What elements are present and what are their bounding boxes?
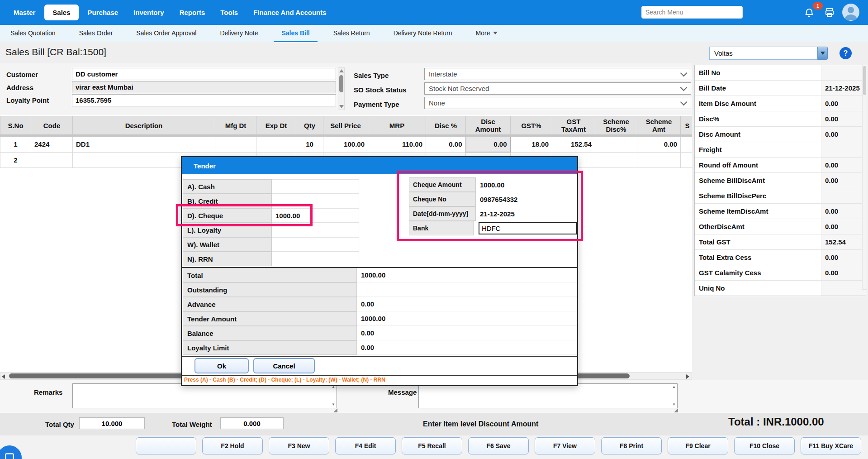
tab-delivery-note[interactable]: Delivery Note bbox=[212, 25, 266, 42]
cell-mrp[interactable]: 110.00 bbox=[368, 136, 426, 153]
cell-gst-percent[interactable]: 18.00 bbox=[511, 136, 552, 153]
gst-calamity-cess-value[interactable]: 0.00 bbox=[821, 265, 866, 280]
f5-recall-button[interactable]: F5 Recall bbox=[402, 437, 462, 454]
col-code[interactable]: Code bbox=[31, 116, 73, 136]
f6-save-button[interactable]: F6 Save bbox=[468, 437, 529, 454]
company-dropdown-arrow-icon[interactable] bbox=[817, 47, 828, 60]
cell-clipped[interactable] bbox=[681, 136, 693, 153]
bill-panel-scrollbar[interactable] bbox=[862, 65, 867, 290]
f4-edit-button[interactable]: F4 Edit bbox=[335, 437, 396, 454]
tender-mode-rrn[interactable]: N). RRN bbox=[183, 252, 359, 266]
col-scheme-discpercent[interactable]: Scheme Disc% bbox=[595, 116, 637, 136]
col-clipped[interactable]: S bbox=[681, 116, 693, 136]
cell-disc-amount-focused[interactable]: 0.00 bbox=[466, 136, 511, 153]
scheme-billdiscperc-value[interactable] bbox=[821, 188, 866, 203]
col-gst-percent[interactable]: GST% bbox=[511, 116, 552, 136]
f9-clear-button[interactable]: F9 Clear bbox=[668, 437, 728, 454]
col-exp-dt[interactable]: Exp Dt bbox=[256, 116, 296, 136]
f10-close-button[interactable]: F10 Close bbox=[734, 437, 795, 454]
loyalty-point-field[interactable] bbox=[72, 94, 336, 106]
scroll-down-arrow-icon[interactable]: ▼ bbox=[672, 403, 676, 406]
cell-scheme-amt[interactable] bbox=[637, 152, 681, 168]
total-extra-cess-value[interactable]: 0.00 bbox=[821, 250, 866, 265]
cell-description[interactable]: DD1 bbox=[73, 136, 215, 153]
cell-exp-dt[interactable] bbox=[256, 136, 296, 153]
freight-value[interactable] bbox=[821, 142, 866, 157]
tab-more[interactable]: More bbox=[468, 25, 506, 42]
cell-mfg-dt[interactable] bbox=[215, 136, 256, 153]
scheme-billdiscamt-value[interactable]: 0.00 bbox=[821, 173, 866, 188]
scheme-itemdiscamt-value[interactable]: 0.00 bbox=[821, 204, 866, 219]
cell-sno[interactable]: 2 bbox=[0, 152, 31, 168]
nav-item-reports[interactable]: Reports bbox=[173, 5, 212, 20]
resize-handle[interactable] bbox=[674, 408, 678, 412]
blank-function-button[interactable] bbox=[136, 437, 196, 454]
disc-amount-value[interactable]: 0.00 bbox=[821, 127, 866, 142]
mode-rrn-value[interactable] bbox=[272, 252, 359, 266]
scroll-down-arrow-icon[interactable] bbox=[339, 105, 344, 108]
tab-sales-bill[interactable]: Sales Bill bbox=[274, 25, 317, 42]
scroll-up-arrow-icon[interactable]: ▲ bbox=[672, 385, 676, 389]
f2-hold-button[interactable]: F2 Hold bbox=[202, 437, 263, 454]
col-description[interactable]: Description bbox=[73, 116, 215, 136]
user-avatar[interactable] bbox=[842, 4, 859, 21]
cell-gst-taxamt[interactable]: 152.54 bbox=[552, 136, 595, 153]
tab-sales-order[interactable]: Sales Order bbox=[71, 25, 121, 42]
col-qty[interactable]: Qty bbox=[296, 116, 323, 136]
bill-no-value[interactable] bbox=[821, 65, 866, 80]
cell-qty[interactable]: 10 bbox=[296, 136, 323, 153]
nav-item-master[interactable]: Master bbox=[7, 5, 42, 20]
customer-fields-scrollbar[interactable] bbox=[338, 67, 345, 110]
tab-sales-order-approval[interactable]: Sales Order Approval bbox=[128, 25, 204, 42]
cell-sno[interactable]: 1 bbox=[0, 136, 31, 153]
col-disc-amount[interactable]: Disc Amount bbox=[466, 116, 511, 136]
printer-icon[interactable] bbox=[823, 6, 836, 19]
mode-wallet-value[interactable] bbox=[272, 237, 359, 252]
customer-field[interactable] bbox=[72, 68, 336, 80]
payment-type-select[interactable]: None bbox=[424, 97, 691, 109]
uniq-no-value[interactable] bbox=[821, 281, 866, 296]
scroll-down-arrow-icon[interactable]: ▼ bbox=[332, 403, 335, 406]
address-field[interactable] bbox=[72, 81, 336, 93]
col-disc-percent[interactable]: Disc % bbox=[426, 116, 466, 136]
scrollbar-thumb[interactable] bbox=[863, 66, 866, 95]
sales-type-select[interactable]: Interstate bbox=[424, 68, 691, 80]
col-sell-price[interactable]: Sell Price bbox=[323, 116, 368, 136]
scroll-left-arrow-icon[interactable] bbox=[2, 374, 5, 379]
total-weight-field[interactable] bbox=[220, 417, 284, 429]
cell-code[interactable]: 2424 bbox=[31, 136, 73, 153]
nav-item-sales[interactable]: Sales bbox=[44, 5, 78, 20]
tab-sales-return[interactable]: Sales Return bbox=[326, 25, 378, 42]
search-input[interactable] bbox=[641, 6, 743, 19]
col-gst-taxamt[interactable]: GST TaxAmt bbox=[552, 116, 595, 136]
f3-new-button[interactable]: F3 New bbox=[269, 437, 329, 454]
round-off-amount-value[interactable]: 0.00 bbox=[821, 158, 866, 172]
mode-cash-value[interactable] bbox=[272, 179, 359, 194]
col-mrp[interactable]: MRP bbox=[368, 116, 426, 136]
cell-code[interactable] bbox=[31, 152, 73, 168]
cell-scheme-discpercent[interactable] bbox=[595, 136, 637, 153]
cell-scheme-discpercent[interactable] bbox=[595, 152, 637, 168]
resize-handle[interactable] bbox=[333, 408, 337, 412]
nav-item-tools[interactable]: Tools bbox=[214, 5, 244, 20]
f8-print-button[interactable]: F8 Print bbox=[601, 437, 662, 454]
nav-item-purchase[interactable]: Purchase bbox=[81, 5, 125, 20]
disc-percent-value[interactable]: 0.00 bbox=[821, 111, 866, 126]
bill-date-value[interactable]: 21-12-2025 bbox=[821, 81, 866, 96]
f7-view-button[interactable]: F7 View bbox=[535, 437, 595, 454]
col-scheme-amt[interactable]: Scheme Amt bbox=[637, 116, 681, 136]
nav-item-finance-and-accounts[interactable]: Finance And Accounts bbox=[247, 5, 332, 20]
cell-clipped[interactable] bbox=[681, 152, 693, 168]
col-mfg-dt[interactable]: Mfg Dt bbox=[215, 116, 256, 136]
remarks-textarea[interactable]: ▲ ▼ bbox=[72, 383, 337, 408]
tender-mode-cash[interactable]: A). Cash bbox=[183, 179, 359, 194]
cancel-button[interactable]: Cancel bbox=[253, 358, 315, 373]
total-qty-field[interactable] bbox=[79, 417, 145, 429]
ok-button[interactable]: Ok bbox=[194, 358, 249, 373]
company-selector[interactable]: Voltas bbox=[709, 47, 822, 60]
otherdiscamt-value[interactable]: 0.00 bbox=[821, 219, 866, 234]
table-row[interactable]: 1 2424 DD1 10 100.00 110.00 0.00 0.00 18… bbox=[0, 136, 693, 153]
tab-sales-quotation[interactable]: Sales Quotation bbox=[3, 25, 63, 42]
total-gst-value[interactable]: 152.54 bbox=[821, 234, 866, 249]
f11-buy-xcare-button[interactable]: F11 Buy XCare bbox=[801, 437, 861, 454]
